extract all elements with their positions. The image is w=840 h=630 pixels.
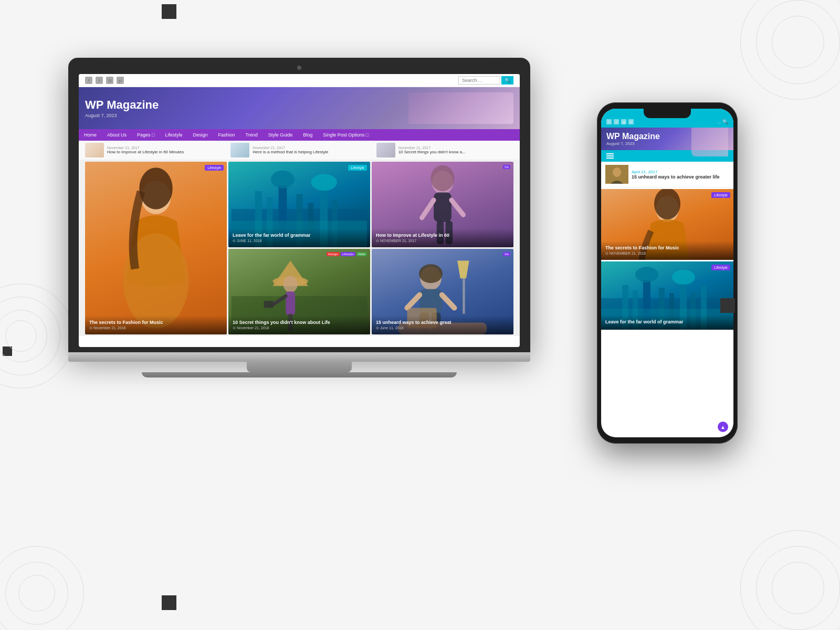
grid-item-fashion[interactable]: Lifestyle The secrets to Fashion for Mus… [85,162,227,334]
grid-date-unheard: ⊙ June 11, 2018 [376,326,509,330]
site-logo: WP Magazine [85,98,159,112]
phone-article-fashion[interactable]: Lifestyle The secrets to Fashion for Mus… [601,189,733,260]
phone-notch [644,109,691,118]
grid-title-secret: 10 Secret things you didn't know about L… [233,320,366,325]
hamburger-icon [606,153,614,159]
hamburger-line-2 [606,155,614,156]
grid-item-grammar[interactable]: Lifestyle Leave for the far world of gra… [228,162,370,247]
scroll-top-button[interactable]: ▲ [718,422,728,432]
svg-point-11 [311,174,337,191]
grid-title-lifestyle: How to Improve at Lifestyle in 60 [376,233,509,238]
laptop-base [68,352,530,362]
phone-header-image [691,128,728,156]
svg-point-39 [419,264,443,283]
grid-overlay-grammar: Leave for the far world of grammar ⊙ JUN… [228,228,370,247]
ticker-title-3: 10 Secret things you didn't know a... [398,150,466,154]
grid-overlay-lifestyle: How to Improve at Lifestyle in 60 ⊙ NOVE… [372,228,513,247]
nav-design[interactable]: Design [188,129,213,141]
laptop: f t ◎ p 🔍 WP Magazine August 7, 2023 [68,58,530,394]
header-hero-image [408,92,513,124]
grid-tag-unheard: De [503,252,510,256]
instagram-icon: ◎ [106,77,113,84]
svg-point-2 [139,167,173,209]
phone-pinterest-icon: p [628,119,634,124]
search-bar[interactable]: 🔍 [458,76,513,85]
ticker-title-1: How to Improve at Lifestyle in 60 Minute… [107,150,184,154]
phone-title-fashion: The secrets to Fashion for Music [605,245,729,250]
ticker-thumb-2 [230,143,249,158]
laptop-camera [297,66,301,70]
tag-rider: Rider [356,252,367,256]
grid-item-secret[interactable]: Design Lifestyle Rider 10 Secret things … [228,249,370,334]
grid-overlay-unheard: 15 unheard ways to achieve great ⊙ June … [372,316,513,334]
ticker-date-3: November 21, 2017 [398,146,466,150]
tag-design: Design [327,252,340,256]
phone-overlay-grammar: Leave for the far world of grammar [601,315,733,330]
grid-date-lifestyle: ⊙ NOVEMBER 21, 2017 [376,239,509,243]
svg-point-24 [284,276,298,292]
svg-line-35 [407,295,420,308]
nav-blog[interactable]: Blog [298,129,318,141]
svg-point-7 [271,171,295,188]
phone-article-grammar[interactable]: Lifestyle Leave for the far world of gra… [601,261,733,330]
phone: f t ◎ p ... 🔍 WP Magazine August 7, 2023 [597,102,738,444]
phone-instagram-icon: ◎ [621,119,626,124]
facebook-icon: f [85,77,92,84]
svg-point-43 [654,189,680,219]
site-header: WP Magazine August 7, 2023 [79,87,520,129]
phone-search-area: ... 🔍 [717,119,728,124]
phone-featured-post[interactable]: April 21, 2017 15 unheard ways to achiev… [601,162,733,187]
nav-about[interactable]: About Us [102,129,132,141]
phone-twitter-icon: t [614,119,619,124]
twitter-icon: t [96,77,103,84]
nav-home[interactable]: Home [79,129,102,141]
ticker-thumb-3 [376,143,395,158]
grid-tags-secret: Design Lifestyle Rider [327,252,367,256]
nav-pages[interactable]: Pages □ [132,129,160,141]
svg-rect-15 [434,192,452,222]
grid-item-unheard[interactable]: De 15 unheard ways to achieve great ⊙ Ju… [372,249,513,334]
featured-thumb-svg [605,165,628,184]
search-input[interactable] [458,76,500,85]
ticker-item-1[interactable]: November 21, 2017 How to Improve at Life… [85,143,222,158]
nav-single-post[interactable]: Single Post Options □ [318,129,374,141]
ticker-date-1: November 21, 2017 [107,146,184,150]
phone-featured-thumb [605,165,628,184]
svg-rect-25 [286,291,295,315]
woman-svg [85,162,227,334]
site-ticker: November 21, 2017 How to Improve at Life… [79,141,520,160]
deco-square-mid [720,298,735,313]
grid-date-secret: ⊙ November 21, 2018 [233,326,366,330]
nav-fashion[interactable]: Fashion [213,129,240,141]
ticker-text-1: November 21, 2017 How to Improve at Life… [107,146,184,154]
phone-featured-date: April 21, 2017 [632,170,720,174]
ticker-text-3: November 21, 2017 10 Secret things you d… [398,146,466,154]
grid-overlay-fashion: The secrets to Fashion for Music ⊙ Novem… [85,316,227,334]
laptop-stand [247,362,352,372]
ticker-item-2[interactable]: November 21, 2017 Here is a method that … [230,143,368,158]
svg-point-41 [613,167,621,177]
grid-tag-grammar: Lifestyle [348,165,367,171]
nav-trend[interactable]: Trend [240,129,263,141]
grid-date-grammar: ⊙ JUNE 11, 2018 [233,239,366,243]
svg-line-18 [422,200,434,218]
grid-item-lifestyle[interactable]: De How to Improve at Lifestyle in 60 ⊙ N… [372,162,513,247]
svg-line-19 [452,200,463,215]
search-button[interactable]: 🔍 [501,76,513,85]
svg-rect-30 [463,278,465,313]
phone-date-fashion: ⊙ NOVEMBER 21, 2018 [605,251,729,256]
phone-social-icons: f t ◎ p [606,119,634,124]
svg-marker-29 [457,260,469,278]
nav-style-guide[interactable]: Style Guide [263,129,298,141]
deco-square-bottom [162,595,176,610]
svg-line-36 [442,295,455,308]
ticker-item-3[interactable]: November 21, 2017 10 Secret things you d… [376,143,513,158]
ticker-title-2: Here is a method that is helping Lifesty… [253,150,328,154]
laptop-body: f t ◎ p 🔍 WP Magazine August 7, 2023 [68,58,530,352]
hamburger-line-3 [606,158,614,159]
phone-screen: f t ◎ p ... 🔍 WP Magazine August 7, 2023 [601,109,733,437]
hamburger-line-1 [606,153,614,154]
nav-lifestyle[interactable]: Lifestyle [160,129,188,141]
article-grid: Lifestyle The secrets to Fashion for Mus… [79,160,520,336]
grid-title-grammar: Leave for the far world of grammar [233,233,366,238]
